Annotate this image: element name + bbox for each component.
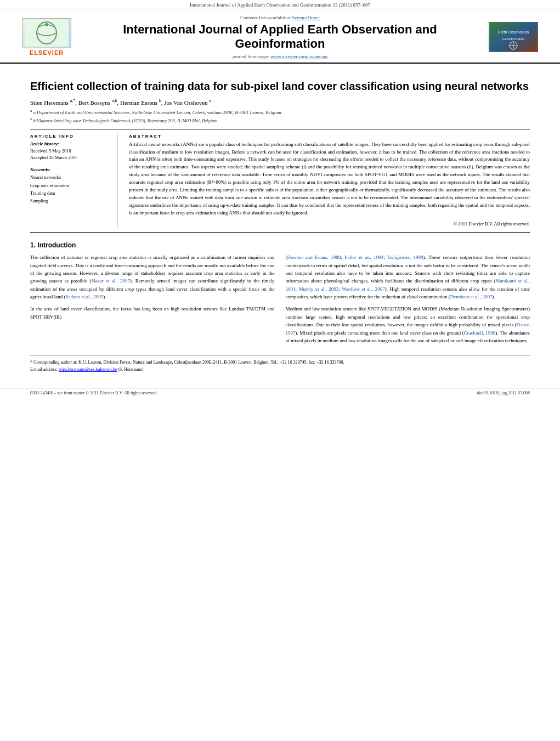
keyword-1: Neural networks (30, 173, 110, 181)
article-body: Efficient collection of training data fo… (0, 64, 560, 379)
article-history-section: ARTICLE INFO Article history: Received 5… (30, 134, 110, 162)
svg-text:Geoinformation: Geoinformation (502, 37, 524, 41)
history-label: Article history: (30, 141, 110, 146)
affiliations: a a Department of Earth and Environmenta… (30, 108, 530, 124)
intro-para-3: (Dawbin and Evans, 1988; Fuller et al., … (286, 253, 530, 301)
ref-dennison[interactable]: Dennison et al., 2007 (450, 294, 493, 299)
journal-header: ELSEVIER Contents lists available at Sci… (0, 9, 560, 64)
ref-tsiligirides[interactable]: Tsiligirides, 1998 (387, 254, 423, 260)
journal-title-area: Contents lists available at ScienceDirec… (77, 15, 483, 59)
abstract-text: Artificial neural networks (ANNs) are a … (129, 141, 530, 228)
abstract-col: ABSTRACT Artificial neural networks (ANN… (129, 134, 530, 228)
ref-slazar[interactable]: Slazar et al., 2007 (91, 278, 130, 284)
email-link[interactable]: stien.heremans@ees.kuleuven.be (59, 367, 117, 372)
journal-homepage: journal homepage: www.elsevier.com/locat… (88, 54, 472, 59)
abstract-paragraph: Artificial neural networks (ANNs) are a … (129, 141, 530, 217)
intro-para-4: Medium and low resolution sensors like S… (286, 305, 530, 344)
divider-2 (30, 232, 530, 233)
issn-text: 0303-2434/$ – see front matter © 2011 El… (30, 391, 157, 395)
elsevier-label: ELSEVIER (30, 49, 64, 56)
elsevier-logo-area: ELSEVIER (16, 18, 77, 56)
svg-text:Earth Observation: Earth Observation (497, 30, 529, 34)
journal-logo-area: Earth Observation Geoinformation (483, 22, 544, 52)
intro-right-col: (Dawbin and Evans, 1988; Fuller et al., … (286, 253, 530, 349)
copyright-notice: © 2011 Elsevier B.V. All rights reserved… (129, 220, 530, 228)
journal-reference-bar: International Journal of Applied Earth O… (0, 0, 560, 9)
authors-text: Stien Heremans a,*, Bert Bossyns a,b, He… (30, 99, 211, 106)
keyword-2: Crop area estimation (30, 182, 110, 189)
ref-cracknell[interactable]: Cracknell, 1998 (464, 330, 496, 336)
contents-text: Contents lists available at (240, 15, 291, 20)
intro-left-col: The collection of national or regional c… (30, 253, 275, 349)
received-date: Received 5 May 2010 (30, 148, 110, 155)
ref-wardlow[interactable]: Wardlow et al., 2007 (342, 286, 385, 292)
doi-text: doi:10.1016/j.jag.2011.03.008 (477, 391, 530, 395)
info-abstract-cols: ARTICLE INFO Article history: Received 5… (30, 134, 530, 228)
intro-para-2: In the area of land cover classification… (30, 305, 275, 321)
ref-murthy[interactable]: Murthy et al., 2003 (298, 286, 338, 292)
intro-columns: The collection of national or regional c… (30, 253, 530, 349)
accepted-date: Accepted 26 March 2011 (30, 154, 110, 161)
sciencedirect-link-area: Contents lists available at ScienceDirec… (88, 15, 472, 20)
journal-ref-text: International Journal of Applied Earth O… (190, 2, 370, 8)
footnote-2: E-mail address: stien.heremans@ees.kuleu… (30, 366, 530, 374)
intro-right-text: (Dawbin and Evans, 1988; Fuller et al., … (286, 253, 530, 344)
intro-left-text: The collection of national or regional c… (30, 253, 275, 321)
ref-sedano[interactable]: Sedano et al., 2005 (65, 294, 103, 299)
introduction-section: 1. Introduction The collection of nation… (30, 241, 530, 349)
elsevier-logo-image (22, 18, 71, 48)
affiliation-b: b b Vlaamse Instelling voor Technologisc… (30, 116, 530, 125)
page: International Journal of Applied Earth O… (0, 0, 560, 741)
article-info-header: ARTICLE INFO (30, 134, 110, 139)
ref-fuller[interactable]: Fuller et al., 1994 (344, 254, 383, 260)
keyword-4: Sampling (30, 197, 110, 205)
sciencedirect-link[interactable]: ScienceDirect (292, 15, 320, 20)
article-info-col: ARTICLE INFO Article history: Received 5… (30, 134, 118, 228)
article-title: Efficient collection of training data fo… (30, 79, 530, 93)
keywords-section: Keywords: Neural networks Crop area esti… (30, 167, 110, 205)
footnote-text: * Corresponding author at: K.U. Leuven, … (30, 359, 530, 374)
section-title: 1. Introduction (30, 241, 530, 249)
authors-line: Stien Heremans a,*, Bert Bossyns a,b, He… (30, 99, 530, 106)
ref-dawbin[interactable]: Dawbin and Evans, 1988 (287, 254, 341, 260)
keywords-list: Neural networks Crop area estimation Tra… (30, 173, 110, 205)
journal-homepage-link[interactable]: www.elsevier.com/locate/jag (270, 54, 327, 59)
divider (30, 129, 530, 129)
keywords-label: Keywords: (30, 167, 110, 172)
footnote-1: * Corresponding author at: K.U. Leuven, … (30, 359, 530, 366)
affiliation-a: a a Department of Earth and Environmenta… (30, 108, 530, 116)
footer-bar: 0303-2434/$ – see front matter © 2011 El… (0, 388, 560, 395)
journal-title: International Journal of Applied Earth O… (88, 22, 472, 52)
journal-logo-image: Earth Observation Geoinformation (489, 22, 538, 52)
footnote-section: * Corresponding author at: K.U. Leuven, … (30, 355, 530, 374)
keyword-3: Training data (30, 189, 110, 197)
svg-rect-3 (490, 22, 537, 51)
svg-point-2 (45, 23, 48, 26)
intro-para-1: The collection of national or regional c… (30, 253, 275, 301)
abstract-header: ABSTRACT (129, 134, 530, 139)
